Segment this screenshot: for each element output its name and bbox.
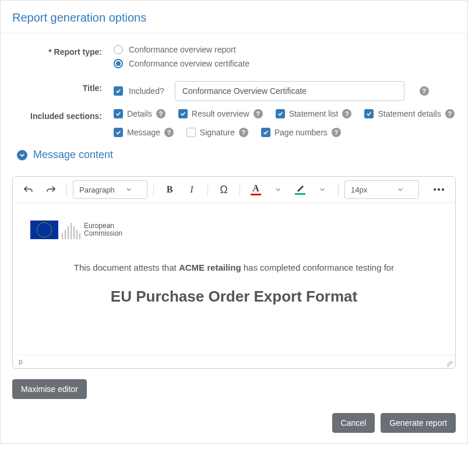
help-icon[interactable]: ? — [254, 109, 263, 118]
rich-text-editor: Paragraph B I Ω A — [12, 176, 456, 369]
text-color-menu[interactable] — [268, 180, 288, 199]
row-title: Title: Included? ? — [12, 81, 456, 101]
title-input[interactable] — [175, 81, 404, 101]
section-label: Result overview — [192, 109, 249, 118]
modal-footer: Cancel Generate report — [1, 405, 467, 443]
element-path: p — [19, 358, 23, 366]
help-icon[interactable]: ? — [332, 128, 341, 137]
radio-label: Conformance overview certificate — [129, 59, 249, 68]
radio-label: Conformance overview report — [129, 45, 236, 54]
paragraph-style-select[interactable]: Paragraph — [73, 180, 147, 199]
editor-status-bar: p — [13, 355, 455, 368]
highlight-button[interactable] — [290, 180, 310, 199]
report-type-options: Conformance overview report Conformance … — [114, 45, 456, 73]
color-swatch — [295, 193, 305, 195]
separator — [240, 183, 240, 197]
help-icon[interactable]: ? — [420, 86, 429, 96]
help-icon[interactable]: ? — [342, 109, 351, 118]
section-signature[interactable]: Signature ? — [187, 128, 248, 137]
font-size-value: 14px — [351, 186, 367, 194]
section-label: Signature — [200, 128, 235, 137]
title-controls: Included? ? — [114, 81, 456, 101]
sections-list: Details ? Result overview ? Statement li… — [114, 109, 456, 137]
text-color-button[interactable]: A — [246, 180, 266, 199]
editor-toolbar: Paragraph B I Ω A — [13, 177, 455, 203]
chevron-down-icon — [319, 187, 325, 192]
section-label: Page numbers — [275, 128, 328, 137]
modal-header: Report generation options — [1, 1, 467, 33]
section-statement-details[interactable]: Statement details ? — [364, 109, 454, 118]
label-title: Title: — [12, 81, 114, 93]
label-sections: Included sections: — [12, 109, 114, 121]
modal-body: * Report type: Conformance overview repo… — [1, 33, 467, 405]
section-label: Message — [127, 128, 160, 137]
radio-icon — [114, 59, 123, 68]
section-page-numbers[interactable]: Page numbers ? — [261, 128, 341, 137]
section-statement-list[interactable]: Statement list ? — [276, 109, 352, 118]
section-label: Details — [127, 109, 152, 118]
section-result-overview[interactable]: Result overview ? — [178, 109, 263, 118]
modal-title: Report generation options — [12, 11, 456, 24]
paragraph-style-value: Paragraph — [79, 186, 115, 194]
checkbox-icon — [178, 109, 188, 118]
redo-button[interactable] — [41, 180, 61, 199]
separator — [66, 183, 67, 197]
radio-overview-certificate[interactable]: Conformance overview certificate — [114, 59, 456, 68]
highlight-menu[interactable] — [312, 180, 332, 199]
checkbox-icon — [114, 128, 123, 137]
radio-overview-report[interactable]: Conformance overview report — [114, 45, 456, 54]
section-details[interactable]: Details ? — [114, 109, 166, 118]
section-label: Statement list — [289, 109, 339, 118]
label-included: Included? — [129, 86, 164, 96]
certificate-heading: EU Purchase Order Export Format — [30, 288, 438, 306]
separator — [207, 183, 208, 197]
attestation-text: This document attests that ACME retailin… — [30, 262, 438, 272]
checkbox-icon — [364, 109, 374, 118]
font-size-select[interactable]: 14px — [344, 180, 419, 199]
help-icon[interactable]: ? — [156, 109, 166, 118]
label-report-type: * Report type: — [12, 45, 114, 57]
ec-logo-text: European Commission — [84, 222, 122, 237]
separator — [153, 183, 154, 197]
highlight-icon — [295, 184, 305, 192]
editor-content[interactable]: European Commission This document attest… — [13, 203, 455, 355]
separator — [338, 183, 339, 197]
undo-button[interactable] — [19, 180, 38, 199]
section-message[interactable]: Message ? — [114, 128, 174, 137]
checkbox-title-included[interactable] — [114, 86, 123, 96]
resize-handle[interactable] — [447, 361, 453, 367]
radio-icon — [114, 45, 123, 54]
report-options-modal: Report generation options * Report type:… — [0, 0, 468, 444]
bold-button[interactable]: B — [160, 180, 180, 199]
row-report-type: * Report type: Conformance overview repo… — [12, 45, 456, 73]
chevron-down-icon — [397, 187, 403, 192]
checkbox-icon — [187, 128, 196, 137]
help-icon[interactable]: ? — [164, 128, 174, 137]
text-color-icon: A — [252, 184, 259, 193]
chevron-down-icon — [275, 187, 281, 192]
checkbox-icon — [261, 128, 270, 137]
special-char-button[interactable]: Ω — [214, 180, 234, 199]
checkbox-icon — [276, 109, 285, 118]
row-sections: Included sections: Details ? Result over… — [12, 109, 456, 137]
collapsible-title: Message content — [33, 149, 113, 161]
more-button[interactable]: ••• — [430, 180, 449, 199]
color-swatch — [251, 194, 261, 195]
ec-logo: European Commission — [30, 220, 438, 239]
chevron-down-icon — [126, 187, 132, 192]
cancel-button[interactable]: Cancel — [332, 413, 375, 433]
below-editor: Maximise editor — [12, 379, 456, 399]
maximise-editor-button[interactable]: Maximise editor — [12, 379, 87, 399]
eu-flag-icon — [30, 220, 58, 239]
ec-graphic-icon — [62, 220, 80, 239]
help-icon[interactable]: ? — [445, 109, 455, 118]
chevron-down-icon — [17, 150, 27, 160]
message-content-toggle[interactable]: Message content — [12, 145, 456, 164]
section-label: Statement details — [378, 109, 441, 118]
checkbox-icon — [114, 109, 123, 118]
italic-button[interactable]: I — [182, 180, 202, 199]
generate-report-button[interactable]: Generate report — [381, 413, 456, 433]
help-icon[interactable]: ? — [239, 128, 248, 137]
